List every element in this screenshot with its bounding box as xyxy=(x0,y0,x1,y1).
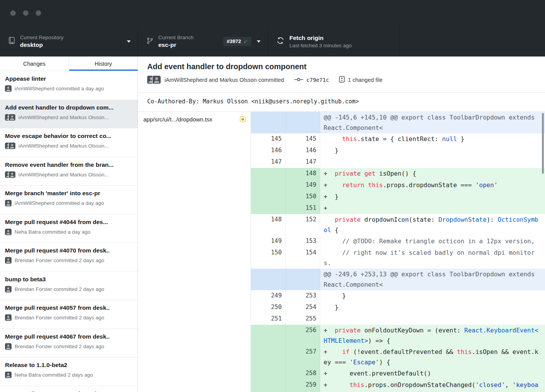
branch-dropdown-button[interactable]: Current Branch esc-pr #3972 ✓ xyxy=(138,26,268,56)
toolbar: Current Repository desktop Current Branc… xyxy=(0,26,545,56)
avatar-stack xyxy=(5,143,15,149)
new-line-gutter xyxy=(286,269,320,290)
old-line-number: 149 xyxy=(251,236,286,247)
commit-meta: iAmWillShepherd and Markus Olsson... xyxy=(5,114,133,121)
avatar-stack xyxy=(5,314,12,321)
commit-list-item[interactable]: Merge pull request #4070 from desk..Bren… xyxy=(0,243,138,272)
diff-line: 250254 } xyxy=(251,302,545,313)
avatar xyxy=(5,257,12,264)
commit-list-item[interactable]: Merge pull request #4044 from des...Neha… xyxy=(0,214,138,243)
diff-code: + if (!event.defaultPrevented && this.is… xyxy=(320,346,545,368)
new-line-number: 259 xyxy=(286,379,320,392)
old-line-number xyxy=(251,203,286,214)
pr-number-badge[interactable]: #3972 ✓ xyxy=(223,37,251,46)
commit-list-item[interactable]: Appease linteriAmWillShepherd committed … xyxy=(0,71,138,100)
changed-files-list: app/src/ui/t.../dropdown.tsx xyxy=(138,112,251,392)
commit-meta-text: Neha Batra committed a day ago xyxy=(15,229,90,235)
branch-name: esc-pr xyxy=(158,42,194,48)
old-line-gutter xyxy=(251,269,286,290)
byline-avatars xyxy=(147,76,161,84)
diff-view: @@ -145,6 +145,10 @@ export class Toolba… xyxy=(251,112,545,392)
tab-changes[interactable]: Changes xyxy=(0,56,69,71)
diff-line: 249253 } xyxy=(251,290,545,302)
avatar xyxy=(5,372,12,378)
diff-code xyxy=(320,156,545,168)
commit-icon xyxy=(294,77,303,83)
commit-meta-text: Brendan Forster committed 2 days ago xyxy=(15,257,104,263)
close-button[interactable] xyxy=(10,10,16,16)
new-line-number: 147 xyxy=(286,156,320,168)
commit-list-item[interactable]: Merge branch 'master' into esc-priAmWill… xyxy=(0,186,138,214)
commit-meta: iAmWillShepherd and Markus Olsson... xyxy=(5,143,133,149)
commit-list-item[interactable]: Add event handler to dropdown com...iAmW… xyxy=(0,100,138,129)
commit-sha: c79e71c xyxy=(306,77,329,83)
commit-title: bump to beta3 xyxy=(5,276,133,283)
diff-scrollbar-thumb[interactable] xyxy=(542,113,544,174)
diff-code: + return this.props.dropdownState === 'o… xyxy=(320,179,545,191)
commit-meta-text: iAmWillShepherd and Markus Olsson... xyxy=(18,143,109,149)
diff-code: + private onFoldoutKeyDown = (event: Rea… xyxy=(320,325,545,346)
diff-code: } xyxy=(320,302,545,313)
new-line-number: 256 xyxy=(286,325,320,346)
new-line-number: 257 xyxy=(286,346,320,368)
diff-code: // @TODO: Remake triangle octicon in a 1… xyxy=(320,236,545,247)
commit-list-item[interactable]: Release to 1.1.0-beta2Neha Batra committ… xyxy=(0,357,138,386)
avatar xyxy=(9,114,15,121)
new-line-gutter xyxy=(286,112,320,133)
git-branch-icon xyxy=(146,37,153,46)
commit-list-item[interactable]: bump to beta3Brendan Forster committed 2… xyxy=(0,272,138,301)
file-list-item[interactable]: app/src/ui/t.../dropdown.tsx xyxy=(138,112,251,126)
toolbar-filler xyxy=(400,26,545,56)
new-line-number: 146 xyxy=(286,145,320,156)
commit-meta: Neha Batra committed 2 days ago xyxy=(5,372,133,378)
old-line-number: 147 xyxy=(251,156,286,168)
new-line-number: 145 xyxy=(286,133,320,145)
commit-list-item[interactable]: Merge pull request #4059 from des...Neha… xyxy=(0,386,138,392)
avatar-stack xyxy=(5,114,15,121)
diff-code xyxy=(320,313,545,325)
avatar xyxy=(153,76,161,84)
old-line-number xyxy=(251,379,286,392)
minimize-button[interactable] xyxy=(23,10,28,16)
commit-title: Merge branch 'master' into esc-pr xyxy=(5,190,133,197)
avatar xyxy=(5,343,12,350)
repository-name: desktop xyxy=(20,42,63,48)
commit-header: Add event handler to dropdown component … xyxy=(138,56,545,92)
diff-line: 256+ private onFoldoutKeyDown = (event: … xyxy=(251,325,545,346)
pr-number: #3972 xyxy=(227,38,241,44)
new-line-number: 151 xyxy=(286,203,320,214)
tab-history[interactable]: History xyxy=(69,56,138,71)
diff-file-icon xyxy=(339,76,345,84)
diff-line: 148+ private get isOpen() { xyxy=(251,168,545,179)
diff-hunk-header: @@ -145,6 +145,10 @@ export class Toolba… xyxy=(251,112,545,133)
hunk-header-text: @@ -249,6 +253,13 @@ export class Toolba… xyxy=(320,269,545,290)
main-panel: Add event handler to dropdown component … xyxy=(138,56,545,392)
diff-line: 149+ return this.props.dropdownState ===… xyxy=(251,179,545,191)
new-line-number: 154 xyxy=(286,247,320,269)
commit-title: Merge pull request #4067 from desk.. xyxy=(5,333,133,340)
avatar-stack xyxy=(5,286,12,292)
commit-list-item[interactable]: Merge pull request #4057 from desk..Bren… xyxy=(0,300,138,329)
diff-line: 147147 xyxy=(251,156,545,168)
commit-meta: Brendan Forster committed 2 days ago xyxy=(5,343,133,350)
fetch-subtitle: Last fetched 3 minutes ago xyxy=(289,43,352,48)
avatar xyxy=(9,171,15,178)
old-line-number: 146 xyxy=(251,145,286,156)
zoom-button[interactable] xyxy=(36,10,41,16)
commit-meta: Brendan Forster committed 2 days ago xyxy=(5,257,133,264)
old-line-number: 249 xyxy=(251,290,286,302)
commit-description: Co-Authored-By: Markus Olsson <niik@user… xyxy=(138,92,545,111)
repository-dropdown-button[interactable]: Current Repository desktop xyxy=(0,26,138,56)
repo-book-icon xyxy=(8,37,15,46)
commit-list-item[interactable]: Move escape behavior to correct co...iAm… xyxy=(0,128,138,157)
commit-list-item[interactable]: Remove event handler from the bran...iAm… xyxy=(0,157,138,186)
new-line-number: 254 xyxy=(286,302,320,313)
fetch-origin-button[interactable]: Fetch origin Last fetched 3 minutes ago xyxy=(268,26,400,56)
modified-status-icon xyxy=(240,116,246,122)
changed-files-count: 1 changed file xyxy=(348,77,382,83)
commit-meta: Brendan Forster committed 2 days ago xyxy=(5,314,133,321)
commit-list-item[interactable]: Merge pull request #4067 from desk..Bren… xyxy=(0,329,138,358)
commit-meta-text: Brendan Forster committed 2 days ago xyxy=(15,315,104,321)
new-line-number: 148 xyxy=(286,168,320,179)
diff-code: // right now it's scaled badly on normal… xyxy=(320,247,545,269)
